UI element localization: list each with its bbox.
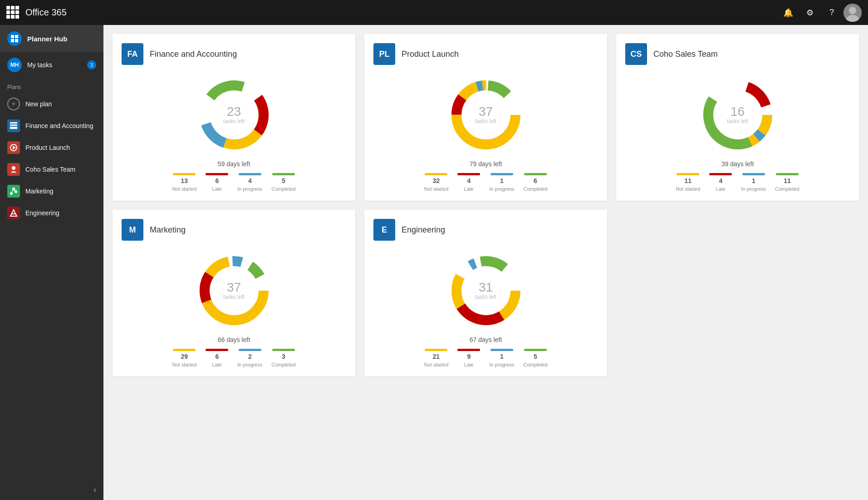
- stat-bar: [742, 173, 765, 175]
- sidebar-item-pl[interactable]: Product Launch: [0, 137, 103, 158]
- sidebar-item-my-tasks[interactable]: MH My tasks 3: [0, 52, 103, 78]
- plan-label-fa: Finance and Accounting: [25, 122, 93, 129]
- stat-count: 21: [433, 353, 440, 360]
- plan-label-e: Engineering: [25, 209, 59, 217]
- sidebar-item-m[interactable]: Marketing: [0, 180, 103, 202]
- stats-row: 13 Not started 6 Late 4 In progress: [122, 173, 346, 192]
- stat-bar: [272, 349, 295, 351]
- stat-engineering-in-progress: 1 In progress: [489, 349, 514, 367]
- donut-chart: 37 tasks left: [193, 250, 275, 332]
- stats-row: 21 Not started 9 Late 1 In progress: [373, 349, 598, 367]
- svg-rect-3: [11, 35, 14, 38]
- new-plan-icon: +: [7, 98, 20, 110]
- stat-label: In progress: [237, 362, 262, 367]
- stat-bar: [490, 349, 513, 351]
- card-abbr: CS: [625, 43, 647, 65]
- notifications-button[interactable]: 🔔: [778, 3, 798, 23]
- stat-label: Not started: [676, 186, 700, 192]
- card-header: PL Product Launch: [373, 43, 598, 65]
- stat-count: 4: [719, 177, 722, 184]
- stat-count: 1: [500, 353, 504, 360]
- my-tasks-icon: MH: [7, 58, 22, 72]
- stat-marketing-in-progress: 2 In progress: [237, 349, 262, 367]
- new-plan-button[interactable]: + New plan: [0, 93, 103, 115]
- app-title: Office 365: [25, 7, 773, 18]
- stat-count: 6: [534, 177, 537, 184]
- card-finance: FA Finance and Accounting 23 tasks left …: [113, 34, 355, 201]
- stat-bar: [490, 173, 513, 175]
- stat-bar: [425, 173, 447, 175]
- card-abbr: E: [373, 219, 395, 241]
- tasks-left-count: 31: [475, 281, 496, 294]
- svg-rect-7: [10, 122, 17, 124]
- plan-label-pl: Product Launch: [25, 144, 70, 151]
- card-marketing: M Marketing 37 tasks left 66 days left 2…: [113, 210, 355, 376]
- card-coho: CS Coho Sales Team 16 tasks left 39 days…: [616, 34, 859, 201]
- card-title: Engineering: [402, 225, 445, 235]
- sidebar-item-planner-hub[interactable]: Planner Hub: [0, 25, 103, 52]
- plan-icon-pl: [7, 141, 20, 154]
- stat-label: Not started: [424, 362, 448, 367]
- tasks-left-count: 37: [475, 105, 496, 118]
- stat-label: Not started: [172, 362, 196, 367]
- sidebar-item-cs[interactable]: Coho Sales Team: [0, 158, 103, 180]
- sidebar: Planner Hub MH My tasks 3 Plans + New pl…: [0, 25, 103, 500]
- stat-label: Late: [212, 362, 222, 367]
- svg-rect-9: [10, 127, 17, 129]
- apps-icon[interactable]: [6, 6, 20, 20]
- topbar-actions: 🔔 ⚙ ?: [778, 3, 862, 23]
- sidebar-collapse-button[interactable]: ‹: [93, 485, 96, 495]
- settings-button[interactable]: ⚙: [800, 3, 820, 23]
- stat-label: Not started: [424, 186, 448, 192]
- donut-chart: 23 tasks left: [193, 74, 275, 156]
- plan-label-m: Marketing: [25, 188, 53, 195]
- stat-count: 6: [215, 177, 219, 184]
- svg-point-12: [12, 166, 15, 170]
- stat-count: 11: [685, 177, 692, 184]
- stat-engineering-completed: 5 Completed: [523, 349, 547, 367]
- card-abbr: FA: [122, 43, 143, 65]
- empty-cell: [616, 210, 859, 376]
- stat-coho-completed: 11 Completed: [775, 173, 799, 192]
- stat-engineering-late: 9 Late: [457, 349, 480, 367]
- main-content: FA Finance and Accounting 23 tasks left …: [103, 25, 868, 500]
- stat-count: 2: [248, 353, 252, 360]
- stat-count: 6: [215, 353, 219, 360]
- donut-chart: 31 tasks left: [445, 250, 527, 332]
- planner-hub-icon: [7, 31, 22, 46]
- stat-label: Late: [716, 186, 726, 192]
- plan-icon-cs: [7, 163, 20, 176]
- stat-bar: [524, 173, 547, 175]
- stats-row: 29 Not started 6 Late 2 In progress: [122, 349, 346, 367]
- stat-count: 11: [784, 177, 791, 184]
- stat-finance-in-progress: 4 In progress: [237, 173, 262, 192]
- stat-label: Completed: [523, 186, 547, 192]
- sidebar-item-fa[interactable]: Finance and Accounting: [0, 115, 103, 137]
- tasks-left-label: tasks left: [727, 118, 748, 124]
- plan-label-cs: Coho Sales Team: [25, 166, 75, 173]
- stat-bar: [524, 349, 547, 351]
- stat-label: Completed: [271, 362, 295, 367]
- stat-count: 4: [248, 177, 252, 184]
- help-button[interactable]: ?: [822, 3, 842, 23]
- stat-bar: [677, 173, 699, 175]
- plans-section-label: Plans: [0, 78, 103, 93]
- svg-rect-4: [15, 35, 18, 38]
- stat-label: In progress: [489, 362, 514, 367]
- stat-label: Completed: [271, 186, 295, 192]
- stat-count: 3: [282, 353, 285, 360]
- card-header: FA Finance and Accounting: [122, 43, 346, 65]
- stat-coho-late: 4 Late: [709, 173, 732, 192]
- card-title: Marketing: [150, 225, 186, 235]
- stat-count: 32: [433, 177, 440, 184]
- card-title: Product Launch: [402, 50, 459, 59]
- card-engineering: E Engineering 31 tasks left 67 days left…: [364, 210, 607, 376]
- stat-bar: [776, 173, 799, 175]
- tasks-left-label: tasks left: [223, 294, 245, 300]
- card-header: CS Coho Sales Team: [625, 43, 850, 65]
- stat-coho-not-started: 11 Not started: [676, 173, 700, 192]
- sidebar-item-e[interactable]: Engineering: [0, 202, 103, 224]
- avatar[interactable]: [843, 4, 862, 22]
- days-left: 79 days left: [470, 160, 502, 168]
- topbar: Office 365 🔔 ⚙ ?: [0, 0, 868, 25]
